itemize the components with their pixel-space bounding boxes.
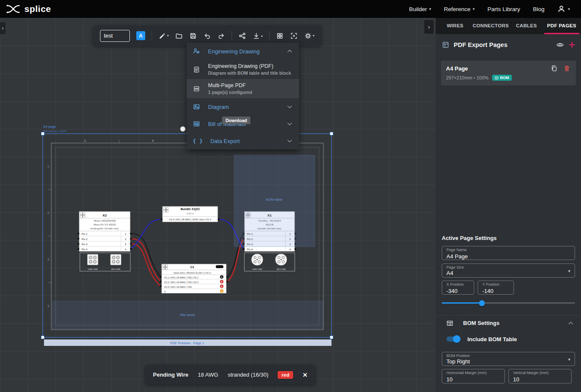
pdf-file-icon	[193, 66, 200, 73]
resize-handle[interactable]	[330, 132, 333, 135]
save-button[interactable]	[189, 32, 197, 40]
menu-section-diagram[interactable]: Diagram	[187, 98, 299, 115]
horizontal-margin-input[interactable]	[446, 376, 500, 383]
chevron-down-icon	[286, 120, 293, 127]
download-menu: Engineering Drawing Engineering Drawing …	[187, 43, 299, 149]
svg-text:1: 1	[221, 276, 223, 278]
fit-view-button[interactable]	[290, 32, 298, 40]
move-handle-icon[interactable]	[164, 208, 168, 212]
chevron-down-icon: ▾	[568, 7, 570, 11]
bom-table-placeholder[interactable]: BOM table	[234, 155, 315, 247]
nav-account[interactable]: ▾	[557, 5, 570, 13]
undo-button[interactable]	[203, 32, 211, 40]
y-position-field[interactable]: Y Position	[478, 281, 514, 295]
grid-button[interactable]	[276, 32, 284, 40]
harness-name-input[interactable]	[100, 30, 130, 42]
zone-label: 4	[47, 304, 49, 307]
nav-reference[interactable]: Reference ▾	[444, 6, 475, 12]
bom-settings-header[interactable]: BOM Settings	[436, 315, 581, 331]
page-card-title: A4 Page	[446, 65, 550, 72]
move-handle-icon[interactable]	[163, 265, 167, 269]
splice-logo-icon	[6, 4, 21, 14]
rotate-handle[interactable]	[180, 126, 185, 132]
connector-x2[interactable]: X2 Molex 0430250408 Micro-Fit 3.0 43025 …	[77, 211, 132, 252]
trash-icon[interactable]	[563, 64, 571, 72]
close-icon[interactable]: ✕	[302, 372, 308, 378]
open-button[interactable]	[175, 32, 183, 40]
menu-item-engineering-pdf[interactable]: Engineering Drawing (PDF) Diagram with B…	[187, 60, 299, 79]
connector-x2-faces[interactable]: male side wire side	[80, 253, 130, 271]
tab-wires[interactable]: WIRES	[437, 18, 472, 34]
vertical-margin-input[interactable]	[513, 376, 567, 383]
y-position-input[interactable]	[482, 288, 509, 295]
bom-position-select[interactable]: BOM Position Top Right ▾	[442, 352, 575, 366]
pdf-preview-strip: PDF Preview - Page 1	[44, 339, 332, 346]
page-name-field[interactable]: Page Name	[442, 246, 575, 260]
page-scale-slider[interactable]	[442, 299, 575, 307]
cable-jacket-icon	[216, 265, 223, 268]
table-icon	[446, 319, 454, 327]
menu-item-multipage-pdf[interactable]: Multi-Page PDF 1 page(s) configured	[187, 79, 299, 98]
tab-pdf-pages[interactable]: PDF PAGES	[544, 18, 579, 34]
menu-section-data-export[interactable]: { } Data Export	[187, 132, 299, 149]
add-page-icon[interactable]	[568, 41, 576, 49]
duplicate-icon[interactable]	[550, 64, 558, 72]
cable-row-label: 4	[164, 290, 165, 293]
left-panel-expand-button[interactable]: ›	[0, 22, 6, 34]
include-bom-label: Include BOM Table	[467, 336, 517, 342]
vertical-margin-field[interactable]: Vertical Margin (mm)	[508, 369, 572, 383]
wire-black-x2-c1[interactable]	[131, 234, 161, 277]
page-name-input[interactable]	[446, 253, 570, 260]
horizontal-margin-field[interactable]: Horizontal Margin (mm)	[442, 369, 505, 383]
svg-text:2: 2	[221, 281, 223, 283]
x2-title: X2	[103, 214, 107, 217]
wire-red-x2-c1-2[interactable]	[131, 244, 161, 287]
chevron-down-icon: ▾	[167, 34, 169, 38]
connector-x1-faces[interactable]: male side wire side	[244, 253, 295, 271]
table-icon	[193, 120, 200, 128]
x2-info3: rectangular | female recp.	[90, 227, 119, 230]
brand[interactable]: splice	[0, 4, 51, 14]
pin-label: Pin 2	[82, 238, 88, 240]
top-nav: splice Builder ▾ Reference ▾ Parts Libra…	[0, 0, 581, 18]
image-icon	[193, 103, 200, 111]
settings-button[interactable]: ▾	[304, 32, 314, 40]
grid-icon	[276, 32, 284, 40]
slider-thumb[interactable]	[479, 300, 485, 306]
app-root: splice Builder ▾ Reference ▾ Parts Libra…	[0, 0, 581, 392]
chevron-down-icon: ▾	[313, 34, 314, 38]
gear-icon	[304, 32, 312, 40]
redo-icon	[217, 32, 225, 40]
right-panel-collapse-button[interactable]: ›	[424, 20, 434, 34]
redo-button[interactable]	[217, 32, 225, 40]
page-size-select[interactable]: Page Size A4 ▾	[442, 263, 575, 278]
x-position-field[interactable]: X Position	[442, 281, 474, 295]
auto-label-button[interactable]: A	[136, 31, 145, 40]
share-icon	[238, 32, 246, 40]
zone-label: 3	[47, 258, 49, 261]
resize-handle[interactable]	[41, 132, 44, 135]
page-card-a4[interactable]: A4 Page 297×210mm • 100% BOM	[441, 61, 576, 85]
panel-title: PDF Export Pages	[454, 41, 552, 48]
share-button[interactable]	[238, 32, 246, 40]
bundle-x1-x2[interactable]: Bundle X1|X2 0.00 in X2.4 | N/A | 18 AWG…	[161, 206, 220, 222]
eye-icon[interactable]	[556, 41, 564, 49]
tab-cables[interactable]: CABLES	[509, 18, 544, 34]
nav-builder[interactable]: Builder ▾	[409, 6, 431, 12]
download-button[interactable]: ▴	[252, 32, 263, 40]
x-position-input[interactable]	[446, 288, 469, 295]
edit-mode-button[interactable]: ▾	[158, 32, 169, 40]
include-bom-toggle[interactable]	[445, 335, 461, 343]
zone-label: 1	[47, 165, 49, 168]
resize-handle[interactable]	[41, 336, 44, 339]
zone-label: 2	[47, 211, 49, 214]
menu-section-engineering-drawing[interactable]: Engineering Drawing	[187, 43, 299, 60]
resize-handle[interactable]	[330, 336, 333, 339]
nav-blog[interactable]: Blog	[533, 6, 544, 12]
cable-c1[interactable]: C1 Alpha Wire | 882404 SL005 | 0.00 in X…	[160, 264, 228, 293]
pending-wire-color-badge: red	[278, 371, 293, 379]
title-block-placeholder[interactable]: Title block	[53, 301, 323, 329]
move-handle-icon[interactable]	[80, 213, 85, 217]
nav-parts-library[interactable]: Parts Library	[487, 6, 520, 12]
tab-connectors[interactable]: CONNECTORS	[472, 18, 509, 34]
